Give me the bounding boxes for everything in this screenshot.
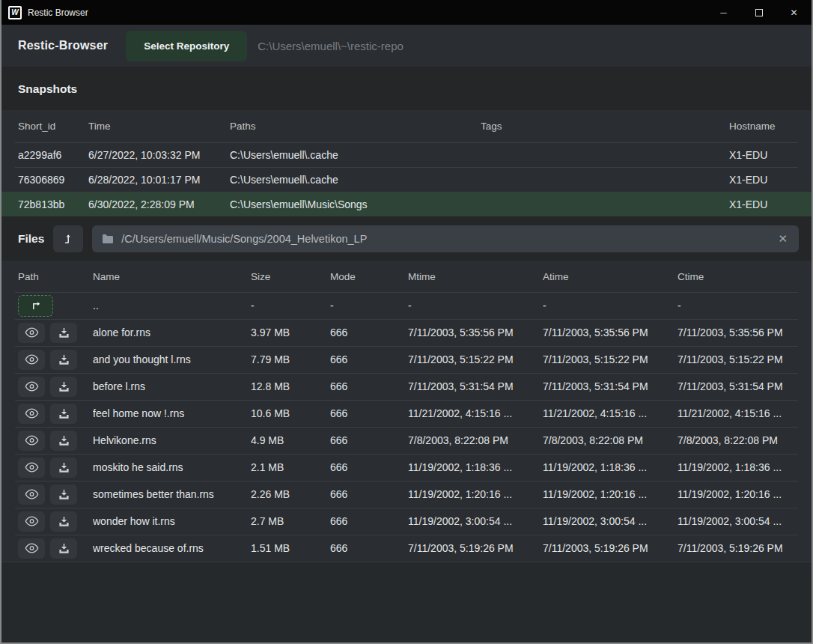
file-ctime: 7/11/2003, 5:15:22 PM <box>678 353 799 365</box>
download-file-button[interactable] <box>50 404 77 424</box>
close-button[interactable]: ✕ <box>776 0 812 25</box>
clear-path-icon[interactable]: ✕ <box>776 232 789 246</box>
file-mode: - <box>330 300 408 312</box>
eye-icon <box>25 354 39 365</box>
download-file-button[interactable] <box>50 484 77 505</box>
snapshot-time: 6/30/2022, 2:28:09 PM <box>88 198 230 210</box>
download-icon <box>58 354 70 365</box>
snapshot-row[interactable]: 763068696/28/2022, 10:01:17 PMC:\Users\e… <box>1 167 812 192</box>
download-file-button[interactable] <box>50 377 77 397</box>
eye-icon <box>25 381 39 392</box>
file-ctime: 7/11/2003, 5:35:56 PM <box>678 326 799 338</box>
preview-file-button[interactable] <box>18 404 45 424</box>
file-atime: 7/8/2003, 8:22:08 PM <box>543 434 678 446</box>
file-path-input[interactable]: /C/Users/emuell/Music/Songs/2004_Helveti… <box>92 225 799 252</box>
file-name: alone for.rns <box>93 326 251 338</box>
download-icon <box>58 543 70 554</box>
file-size: 4.9 MB <box>251 434 330 446</box>
file-mtime: 7/11/2003, 5:31:54 PM <box>408 380 543 392</box>
file-mode: 666 <box>330 380 408 392</box>
eye-icon <box>25 408 39 419</box>
file-name: sometimes better than.rns <box>93 488 251 500</box>
minimize-icon: ─ <box>720 8 727 17</box>
download-file-button[interactable] <box>50 458 77 478</box>
snapshot-short-id: a2299af6 <box>18 149 88 161</box>
preview-file-button[interactable] <box>18 431 45 451</box>
download-icon <box>58 516 70 527</box>
maximize-button[interactable] <box>741 0 776 25</box>
file-path-value: /C/Users/emuell/Music/Songs/2004_Helveti… <box>121 233 769 245</box>
file-mtime: 11/19/2002, 3:00:54 ... <box>408 515 543 527</box>
app-window: W Restic Browser ─ ✕ Restic-Browser Sele… <box>0 0 813 644</box>
snapshot-short-id: 72b813bb <box>18 198 88 210</box>
download-file-button[interactable] <box>50 511 77 532</box>
preview-file-button[interactable] <box>18 484 45 505</box>
file-atime: 7/11/2003, 5:19:26 PM <box>543 542 678 554</box>
download-file-button[interactable] <box>50 538 77 559</box>
eye-icon <box>25 543 39 553</box>
file-mtime: 11/21/2002, 4:15:16 ... <box>408 407 543 419</box>
files-table: Path Name Size Mode Mtime Atime Ctime ..… <box>1 261 812 562</box>
file-atime: 11/19/2002, 1:18:36 ... <box>543 461 678 473</box>
preview-file-button[interactable] <box>18 538 45 559</box>
maximize-icon <box>755 9 763 16</box>
files-title: Files <box>18 232 44 246</box>
file-size: 12.8 MB <box>251 380 330 392</box>
eye-icon <box>25 435 39 446</box>
window-title: Restic Browser <box>28 7 88 18</box>
file-size: - <box>251 300 330 312</box>
download-icon <box>58 435 70 446</box>
file-size: 2.1 MB <box>251 461 330 473</box>
download-file-button[interactable] <box>50 431 77 451</box>
preview-file-button[interactable] <box>18 511 45 532</box>
snapshot-paths: C:\Users\emuell\.cache <box>230 149 481 161</box>
files-section-header: Files /C/Users/emuell/Music/Songs/2004_H… <box>1 216 812 261</box>
file-name: wonder how it.rns <box>93 515 251 527</box>
snapshots-section-header: Snapshots <box>1 67 812 110</box>
column-header-name: Name <box>93 271 251 282</box>
go-to-root-button[interactable] <box>53 225 83 252</box>
header-bar: Restic-Browser Select Repository C:\User… <box>1 25 812 67</box>
preview-file-button[interactable] <box>18 377 45 397</box>
go-to-parent-button[interactable] <box>18 295 53 317</box>
download-file-button[interactable] <box>50 323 77 343</box>
parent-directory-row: .. - - - - - <box>1 292 812 319</box>
file-mode: 666 <box>330 461 408 473</box>
files-table-header: Path Name Size Mode Mtime Atime Ctime <box>1 261 812 292</box>
file-atime: 11/19/2002, 1:20:16 ... <box>543 488 678 500</box>
column-header-ctime: Ctime <box>678 271 799 282</box>
select-repository-button[interactable]: Select Repository <box>126 31 247 61</box>
file-name: before l.rns <box>93 380 251 392</box>
file-atime: 7/11/2003, 5:35:56 PM <box>543 326 678 338</box>
snapshot-row[interactable]: 72b813bb6/30/2022, 2:28:09 PMC:\Users\em… <box>1 192 812 216</box>
file-atime: 11/19/2002, 3:00:54 ... <box>543 515 678 527</box>
preview-file-button[interactable] <box>18 323 45 343</box>
snapshot-time: 6/28/2022, 10:01:17 PM <box>88 174 230 186</box>
file-ctime: - <box>678 300 799 312</box>
app-brand: Restic-Browser <box>18 39 108 52</box>
download-file-button[interactable] <box>50 350 77 370</box>
column-header-mode: Mode <box>330 271 408 282</box>
preview-file-button[interactable] <box>18 458 45 478</box>
file-size: 2.26 MB <box>251 488 330 500</box>
file-row: before l.rns 12.8 MB 666 7/11/2003, 5:31… <box>1 373 812 400</box>
snapshots-rows: a2299af66/27/2022, 10:03:32 PMC:\Users\e… <box>1 142 812 216</box>
file-name: and you thought l.rns <box>93 353 251 365</box>
file-size: 1.51 MB <box>251 542 330 554</box>
file-mode: 666 <box>330 488 408 500</box>
file-atime: 11/21/2002, 4:15:16 ... <box>543 407 678 419</box>
download-icon <box>58 408 70 419</box>
files-rows: alone for.rns 3.97 MB 666 7/11/2003, 5:3… <box>1 319 812 562</box>
eye-icon <box>25 516 39 526</box>
file-row: sometimes better than.rns 2.26 MB 666 11… <box>1 481 812 508</box>
download-icon <box>58 381 70 392</box>
file-mtime: 7/11/2003, 5:19:26 PM <box>408 542 543 554</box>
file-row: Helvikone.rns 4.9 MB 666 7/8/2003, 8:22:… <box>1 427 812 454</box>
file-atime: - <box>543 300 678 312</box>
file-name: wrecked because of.rns <box>93 542 251 554</box>
preview-file-button[interactable] <box>18 350 45 370</box>
snapshot-row[interactable]: a2299af66/27/2022, 10:03:32 PMC:\Users\e… <box>1 142 812 167</box>
file-mode: 666 <box>330 542 408 554</box>
file-mtime: - <box>408 300 543 312</box>
minimize-button[interactable]: ─ <box>706 0 741 25</box>
